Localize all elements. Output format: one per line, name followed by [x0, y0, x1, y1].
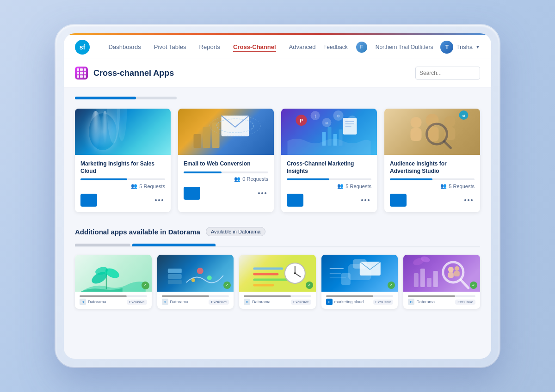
card-body-audience: Audience Insights for Advertising Studio… [384, 155, 480, 212]
card-footer-marketing [80, 194, 165, 207]
dt-card-search[interactable]: ✓ D Datorama Exclusive [403, 255, 480, 309]
dt-exclusive-2: Exclusive [209, 300, 229, 305]
tablet-frame: sf Dashboards Pivot Tables Reports Cross… [56, 25, 500, 367]
card-more-marketing[interactable] [153, 197, 165, 203]
nav-cross-channel[interactable]: Cross-Channel [233, 42, 276, 52]
dt-footer-clock: D Datorama Exclusive [244, 299, 311, 305]
dot-12 [471, 199, 473, 201]
app-card-marketing[interactable]: Marketing Insights for Sales Cloud 👥 5 R… [75, 109, 171, 212]
feedback-avatar: F [355, 41, 368, 54]
dot-2 [158, 199, 160, 201]
card-title-audience: Audience Insights for Advertising Studio [390, 160, 475, 175]
nav-pivot-tables[interactable]: Pivot Tables [154, 42, 186, 52]
card-button-marketing[interactable] [80, 194, 97, 207]
marketing-illustration [75, 109, 171, 155]
feedback-button[interactable]: Feedback [323, 44, 348, 50]
dt-card-mail[interactable]: ✓ sf marketing cloud Exclu [321, 255, 398, 309]
svg-rect-65 [427, 278, 432, 287]
svg-point-69 [448, 267, 454, 272]
dt-body-search: D Datorama Exclusive [403, 292, 480, 309]
page-header: Cross-channel Apps [64, 59, 491, 87]
svg-point-4 [117, 109, 127, 141]
card-requests-email: 👥 0 Requests [184, 176, 268, 182]
app-card-email[interactable]: Email to Web Conversion 👥 0 Requests [178, 109, 274, 212]
dt-img-chart: ✓ [157, 255, 234, 292]
user-chevron-icon: ▼ [475, 44, 480, 49]
svg-text:P: P [300, 118, 303, 123]
grid-dot-5 [80, 72, 82, 74]
svg-rect-44 [167, 280, 181, 284]
card-button-audience[interactable] [390, 194, 407, 207]
email-illustration [178, 109, 274, 155]
card-progress-marketing [80, 178, 165, 180]
svg-rect-31 [411, 128, 422, 141]
svg-rect-64 [420, 269, 425, 287]
card-image-cross: P f in © [281, 109, 377, 155]
dt-card-chart[interactable]: ✓ D Datorama Exclusive [157, 255, 234, 309]
svg-rect-6 [203, 127, 210, 148]
user-avatar: T [440, 41, 453, 54]
svg-point-45 [197, 268, 203, 274]
card-button-cross[interactable] [287, 194, 303, 207]
nav-bar: sf Dashboards Pivot Tables Reports Cross… [64, 35, 491, 59]
nav-dashboards[interactable]: Dashboards [109, 42, 141, 52]
dt-body-mail: sf marketing cloud Exclusive [321, 292, 398, 309]
datorama-tab-1[interactable] [75, 244, 130, 246]
svg-point-70 [455, 266, 459, 271]
card-button-email[interactable] [184, 187, 200, 200]
search-illustration [403, 255, 480, 292]
datorama-tabs [75, 244, 480, 247]
dot-11 [468, 199, 469, 201]
dt-img-plant: ✓ ✓ [75, 255, 152, 292]
dt-brand-icon-1: D [80, 299, 86, 305]
requests-text-email: 0 Requests [242, 176, 268, 182]
svg-point-46 [207, 276, 211, 280]
dt-progress-fill-search [408, 295, 455, 297]
nav-advanced[interactable]: Advanced [289, 42, 316, 52]
svg-rect-42 [167, 269, 181, 273]
card-progress-fill-email [184, 172, 222, 173]
dt-brand-icon-5: D [408, 299, 414, 305]
grid-dot-9 [84, 75, 86, 78]
salesforce-logo: sf [75, 40, 90, 55]
dt-brand-name-3: Datorama [252, 300, 271, 304]
card-body-cross: Cross-Channel Marketing Insights 👥 5 Req… [281, 155, 377, 212]
card-more-email[interactable] [256, 190, 268, 196]
datorama-section-header: Additional apps available in Datorama Av… [75, 227, 480, 236]
card-title-cross: Cross-Channel Marketing Insights [287, 160, 371, 175]
card-more-audience[interactable] [462, 197, 475, 203]
svg-rect-5 [194, 134, 201, 148]
card-image-marketing [75, 109, 171, 155]
svg-rect-43 [167, 274, 181, 279]
card-image-audience: sf [384, 109, 480, 155]
page-title-group: Cross-channel Apps [75, 67, 174, 80]
app-card-audience[interactable]: sf [384, 109, 480, 212]
dot-3 [161, 199, 163, 201]
svg-rect-63 [414, 273, 419, 287]
tablet-screen: sf Dashboards Pivot Tables Reports Cross… [64, 33, 491, 359]
card-title-marketing: Marketing Insights for Sales Cloud [80, 160, 165, 175]
user-name: Trisha [456, 43, 473, 50]
grid-dot-2 [80, 68, 82, 71]
dt-footer-mail: sf marketing cloud Exclusive [326, 299, 394, 305]
search-input[interactable] [415, 67, 480, 80]
dt-brand-name-4: marketing cloud [334, 300, 364, 304]
app-card-cross[interactable]: P f in © [281, 109, 377, 212]
datorama-tab-2[interactable] [132, 244, 216, 246]
dot-10 [464, 199, 466, 201]
datorama-section-title: Additional apps available in Datorama [75, 228, 200, 236]
dt-body-plant: D Datorama Exclusive [75, 292, 152, 309]
requests-text-cross: 5 Requests [345, 184, 371, 189]
datorama-badge[interactable]: Available in Datorama [206, 227, 265, 236]
nav-reports[interactable]: Reports [199, 42, 221, 52]
filter-fill [75, 97, 136, 99]
dt-card-plant[interactable]: ✓ ✓ D Datorama [75, 255, 152, 309]
dot-4 [258, 192, 260, 194]
nav-links: Dashboards Pivot Tables Reports Cross-Ch… [101, 42, 323, 52]
card-more-cross[interactable] [359, 197, 371, 203]
cross-channel-illustration: P f in © [281, 109, 377, 155]
user-menu[interactable]: T Trisha ▼ [440, 41, 480, 54]
grid-dot-4 [77, 72, 79, 74]
people-icon-audience: 👥 [440, 183, 447, 189]
dt-card-clock[interactable]: ✓ D Datorama Exclusive [239, 255, 316, 309]
